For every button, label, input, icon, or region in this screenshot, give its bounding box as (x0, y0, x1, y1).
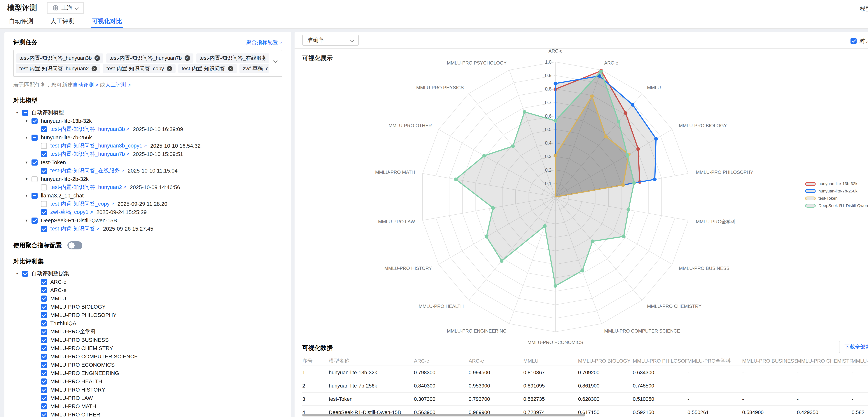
tree-checkbox[interactable] (31, 135, 38, 141)
tree-row: MMLU-PRO CHEMISTRY (13, 344, 282, 353)
tree-checkbox[interactable] (41, 379, 47, 385)
aggregate-toggle[interactable] (67, 241, 82, 249)
remove-tag-icon[interactable]: ✕ (94, 55, 100, 61)
tree-checkbox[interactable] (41, 345, 47, 351)
new-human-eval-link[interactable]: 人工评测↗ (105, 82, 131, 88)
region-selector[interactable]: 上海 (47, 2, 84, 13)
tree-checkbox[interactable] (41, 412, 47, 417)
caret-down-icon[interactable]: ▼ (25, 160, 31, 165)
metric-select[interactable]: 准确率 (302, 35, 359, 46)
new-auto-eval-link[interactable]: 自动评测↗ (73, 82, 98, 88)
task-link[interactable]: test-内置-知识问答_hunyuan3b (50, 125, 125, 133)
compare-models-checkbox[interactable]: 对比模型 (850, 37, 868, 45)
legend-item[interactable]: hunyuan-lite-7b-256k (805, 189, 868, 193)
legend-swatch (805, 204, 816, 208)
tree-label: hunyuan-lite-2b-32k (41, 176, 89, 182)
table-cell: 3 (302, 396, 329, 402)
tree-checkbox[interactable] (22, 110, 28, 116)
tab-可视化对比[interactable]: 可视化对比 (91, 16, 123, 28)
caret-down-icon[interactable]: ▼ (25, 194, 31, 198)
tree-checkbox[interactable] (41, 312, 47, 318)
task-link[interactable]: test-内置-知识问答_hunyuan2 (50, 184, 122, 191)
table-cell: - (742, 396, 797, 402)
tree-checkbox[interactable] (31, 217, 38, 224)
svg-text:MMLU-PRO PHYSICS: MMLU-PRO PHYSICS (416, 85, 464, 90)
remove-tag-icon[interactable]: ✕ (185, 55, 190, 61)
tree-checkbox[interactable] (41, 201, 47, 207)
tree-checkbox[interactable] (41, 209, 47, 215)
remove-tag-icon[interactable]: ✕ (167, 66, 172, 71)
task-link[interactable]: test-内置-知识问答 (50, 225, 95, 233)
tree-checkbox[interactable] (31, 176, 38, 182)
task-multiselect[interactable]: test-内置-知识问答_hunyuan3b✕test-内置-知识问答_huny… (13, 50, 282, 77)
header-right-link[interactable]: 模型 (860, 5, 868, 13)
task-tag[interactable]: test-内置-知识问答_copy✕ (103, 64, 176, 73)
task-tag[interactable]: test-内置-知识问答_在线服务✕ (196, 54, 269, 63)
task-link[interactable]: test-内置-知识问答_hunyuan7b (50, 150, 125, 158)
tree-checkbox[interactable] (41, 151, 47, 157)
tree-checkbox[interactable] (31, 159, 38, 166)
external-link-icon: ↗ (126, 152, 129, 157)
tree-checkbox[interactable] (41, 126, 47, 132)
tree-row: MMLU-PRO HISTORY (13, 386, 282, 394)
caret-down-icon[interactable]: ▼ (25, 219, 31, 222)
task-tag[interactable]: test-内置-知识问答_hunyuan3b✕ (16, 54, 103, 63)
tree-checkbox[interactable] (22, 271, 28, 277)
tree-checkbox[interactable] (41, 168, 47, 174)
tab-自动评测[interactable]: 自动评测 (8, 16, 34, 28)
legend-item[interactable]: test-Token (805, 196, 868, 201)
tree-checkbox[interactable] (41, 287, 47, 293)
task-timestamp: 2025-10-09 14:46:56 (130, 184, 180, 190)
tree-label: test-Token (41, 159, 66, 166)
task-tag[interactable]: zwf-草稿_copy1✕ (240, 64, 269, 73)
tree-checkbox[interactable] (41, 354, 47, 360)
task-tag[interactable]: test-内置-知识问答✕ (178, 64, 237, 73)
legend-item[interactable]: DeepSeek-R1-Distill-Qwen-15B (805, 203, 868, 208)
metric-select-value: 准确率 (307, 36, 324, 44)
tree-label: MMLU-PRO ENGINEERING (50, 370, 119, 376)
caret-down-icon[interactable]: ▼ (16, 111, 22, 115)
data-point (622, 235, 626, 238)
tree-checkbox[interactable] (41, 184, 47, 190)
legend-item[interactable]: hunyuan-lite-13b-32k (805, 181, 868, 186)
tree-checkbox[interactable] (41, 387, 47, 393)
metrics-table: 序号模型名称ARC-cARC-eMMLUMMLU-PRO BIOLOGYMMLU… (302, 356, 868, 417)
tab-人工评测[interactable]: 人工评测 (49, 16, 76, 28)
tree-checkbox[interactable] (41, 404, 47, 410)
task-tag[interactable]: test-内置-知识问答_hunyuan7b✕ (106, 54, 193, 63)
task-link[interactable]: zwf-草稿_copy1 (50, 208, 88, 216)
tree-checkbox[interactable] (41, 329, 47, 335)
tree-checkbox[interactable] (41, 226, 47, 232)
task-tag[interactable]: test-内置-知识问答_hunyuan2✕ (16, 64, 100, 73)
tree-label: MMLU-PRO COMPUTER SCIENCE (50, 353, 138, 360)
tree-row: MMLU (13, 294, 282, 303)
tree-checkbox[interactable] (41, 143, 47, 149)
horizontal-scrollbar[interactable] (302, 414, 585, 416)
caret-down-icon[interactable]: ▼ (16, 272, 22, 276)
task-link[interactable]: test-内置-知识问答_在线服务 (50, 167, 120, 174)
tree-checkbox[interactable] (41, 362, 47, 368)
aggregate-config-link[interactable]: 聚合指标配置↗ (246, 39, 282, 46)
tree-checkbox[interactable] (41, 296, 47, 302)
table-header-row: 序号模型名称ARC-cARC-eMMLUMMLU-PRO BIOLOGYMMLU… (302, 356, 868, 366)
tree-checkbox[interactable] (41, 370, 47, 376)
download-all-button[interactable]: 下载全部数据 (839, 341, 868, 353)
external-link-icon: ↗ (279, 40, 282, 45)
tree-checkbox[interactable] (41, 304, 47, 310)
remove-tag-icon[interactable]: ✕ (228, 66, 234, 71)
tree-checkbox[interactable] (41, 395, 47, 401)
caret-down-icon[interactable]: ▼ (25, 177, 31, 181)
task-link[interactable]: test-内置-知识问答_hunyuan3b_copy1 (50, 142, 143, 150)
task-link[interactable]: test-内置-知识问答_copy (50, 200, 110, 208)
tree-checkbox[interactable] (41, 320, 47, 326)
table-cell: MMLU-PRO CHEMISTRY (797, 358, 851, 364)
tree-checkbox[interactable] (31, 118, 38, 124)
caret-down-icon[interactable]: ▼ (25, 119, 31, 123)
tree-row: TruthfulQA (13, 319, 282, 328)
tree-checkbox[interactable] (41, 337, 47, 343)
data-point (554, 284, 557, 288)
tree-checkbox[interactable] (31, 192, 38, 199)
remove-tag-icon[interactable]: ✕ (92, 66, 97, 71)
caret-down-icon[interactable]: ▼ (25, 136, 31, 140)
tree-checkbox[interactable] (41, 279, 47, 285)
